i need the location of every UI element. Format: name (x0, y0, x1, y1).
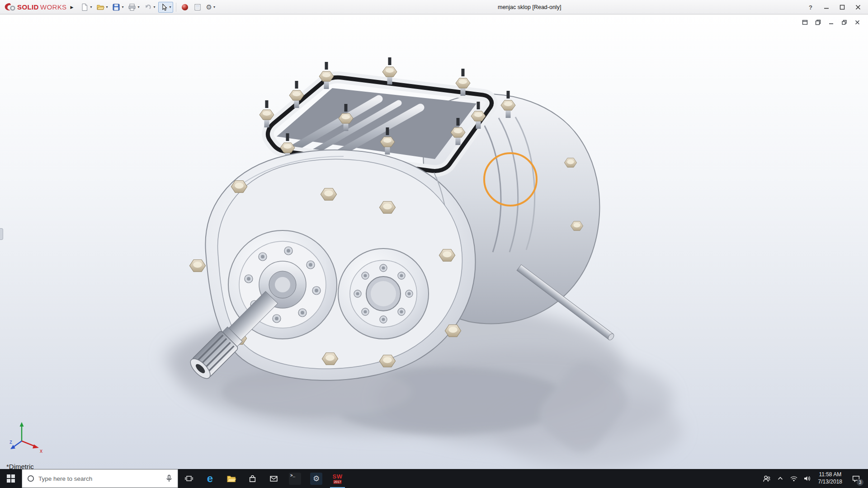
taskpane-tab-1[interactable] (800, 18, 809, 26)
graphics-area[interactable]: x z *Dimetric (0, 14, 868, 469)
menu-flyout-button[interactable]: ▶ (71, 5, 74, 9)
start-button[interactable] (0, 469, 22, 488)
dropdown-caret-icon[interactable]: ▾ (170, 5, 171, 9)
gearbox-3d-model[interactable] (0, 14, 868, 469)
mail-button[interactable] (263, 469, 284, 488)
windows-logo-icon (7, 474, 15, 483)
file-explorer-button[interactable] (221, 469, 242, 488)
flyout-arrow-icon: ▶ (71, 5, 74, 9)
edge-icon: e (207, 473, 213, 484)
tray-overflow-button[interactable] (774, 469, 787, 488)
close-button[interactable] (851, 2, 865, 13)
titlebar: SOLIDWORKS ▶ ▾ ▾ (0, 0, 868, 14)
people-icon (763, 475, 771, 483)
doc-close-icon (854, 19, 860, 25)
print-icon (128, 3, 136, 11)
help-button[interactable]: ? (803, 2, 818, 13)
minimize-button[interactable] (819, 2, 834, 13)
chevron-up-icon (777, 476, 783, 481)
notification-badge: 3 (857, 479, 863, 486)
settings-gear-icon: ⚙ (310, 473, 322, 485)
window-controls: ? (803, 0, 865, 14)
pane-stack-icon (815, 19, 821, 25)
left-panel-splitter-handle[interactable] (0, 228, 3, 240)
solidworks-window: SOLIDWORKS ▶ ▾ ▾ (0, 0, 868, 488)
solidworks-taskbar-button[interactable]: SW 2017 (327, 469, 348, 488)
gear-icon: ⚙ (206, 4, 212, 10)
microphone-icon[interactable] (165, 474, 173, 483)
task-view-icon (184, 474, 193, 483)
select-tool-button[interactable]: ▾ (158, 2, 173, 13)
network-button[interactable] (787, 469, 801, 488)
triad-y-axis[interactable] (20, 422, 24, 427)
open-button[interactable]: ▾ (94, 2, 109, 13)
action-center-button[interactable]: 3 (846, 469, 865, 488)
search-input[interactable] (38, 475, 161, 482)
terminal-icon: >_ (289, 473, 301, 485)
people-button[interactable] (760, 469, 774, 488)
options-button[interactable]: ⚙ ▾ (204, 2, 217, 12)
pane-icon (802, 19, 808, 25)
minimize-icon (824, 5, 829, 10)
dropdown-caret-icon[interactable]: ▾ (90, 5, 92, 9)
doc-restore-icon (841, 19, 847, 25)
clock[interactable]: 11:58 AM 7/13/2018 (814, 471, 846, 485)
print-button[interactable]: ▾ (126, 2, 141, 13)
dropdown-caret-icon[interactable]: ▾ (106, 5, 108, 9)
save-floppy-icon (112, 3, 120, 11)
undo-button[interactable]: ▾ (142, 2, 157, 13)
doc-minimize-button[interactable] (826, 18, 835, 26)
taskbar-search[interactable] (22, 469, 178, 488)
dropdown-caret-icon[interactable]: ▾ (213, 5, 215, 9)
open-folder-icon (96, 3, 104, 11)
orientation-triad[interactable]: x z (9, 420, 45, 454)
doc-minimize-icon (828, 19, 834, 25)
brand-solid: SOLID (17, 3, 39, 11)
dropdown-caret-icon[interactable]: ▾ (122, 5, 123, 9)
clock-date: 7/13/2018 (818, 479, 842, 486)
properties-button[interactable] (192, 2, 203, 13)
help-icon: ? (809, 4, 812, 11)
doc-restore-button[interactable] (840, 18, 849, 26)
properties-sheet-icon (193, 3, 202, 11)
ds-logo-icon (4, 3, 16, 12)
appearance-button[interactable] (179, 2, 191, 13)
brand-works: WORKS (40, 3, 67, 11)
taskpane-tab-2[interactable] (813, 18, 822, 26)
volume-button[interactable] (801, 469, 814, 488)
clock-time: 11:58 AM (819, 471, 841, 479)
quick-access-toolbar: ▾ ▾ ▾ (79, 2, 217, 13)
windows-taskbar: e >_ ⚙ SW (0, 469, 868, 488)
solidworks-app-icon: SW 2017 (333, 474, 343, 484)
settings-app-button[interactable]: ⚙ (306, 469, 327, 488)
new-document-button[interactable]: ▾ (79, 2, 94, 13)
store-bag-icon (248, 474, 257, 483)
solidworks-logo: SOLIDWORKS (4, 3, 67, 12)
cortana-icon (27, 474, 35, 483)
save-button[interactable]: ▾ (110, 2, 125, 13)
toolbar-separator (176, 3, 176, 12)
appearance-sphere-icon (181, 3, 189, 11)
document-title: menjac sklop [Read-only] (498, 0, 561, 14)
maximize-button[interactable] (835, 2, 849, 13)
store-button[interactable] (242, 469, 263, 488)
command-prompt-button[interactable]: >_ (284, 469, 306, 488)
output-bearing-boss (338, 249, 429, 339)
triad-x-axis[interactable] (33, 445, 39, 449)
document-window-controls (800, 18, 862, 26)
edge-button[interactable]: e (199, 469, 221, 488)
triad-x-label: x (40, 448, 42, 454)
task-view-button[interactable] (178, 469, 199, 488)
mail-envelope-icon (269, 474, 278, 483)
doc-close-button[interactable] (853, 18, 862, 26)
dropdown-caret-icon[interactable]: ▾ (154, 5, 156, 9)
system-tray: 11:58 AM 7/13/2018 3 (760, 469, 868, 488)
speaker-icon (803, 475, 811, 482)
dropdown-caret-icon[interactable]: ▾ (137, 5, 139, 9)
view-orientation-label: *Dimetric (6, 463, 34, 469)
new-document-icon (80, 3, 89, 11)
maximize-icon (840, 5, 845, 10)
triad-z-label: z (9, 439, 12, 445)
wifi-icon (790, 475, 798, 482)
close-icon (855, 5, 861, 10)
